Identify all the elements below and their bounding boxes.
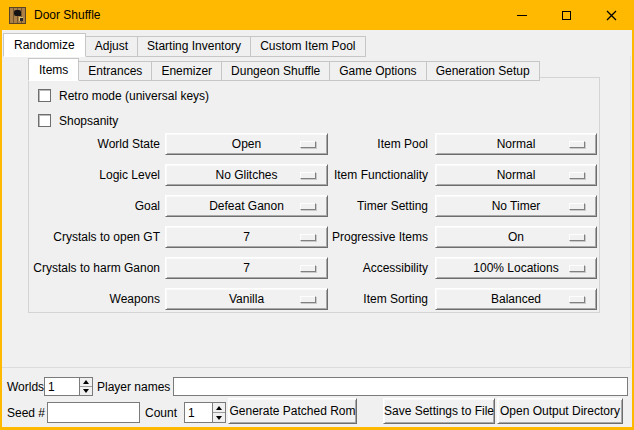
weapons-label: Weapons xyxy=(30,288,160,310)
crystals-gt-dropdown[interactable]: 7 xyxy=(165,226,328,248)
menu-indicator-icon xyxy=(300,141,316,148)
app-window: Door Shuffle Randomize Adjust Starting I… xyxy=(0,0,634,430)
retro-mode-row: Retro mode (universal keys) xyxy=(38,88,209,103)
close-icon xyxy=(606,10,617,21)
item-sorting-label: Item Sorting xyxy=(318,288,428,310)
worlds-spinner-arrows xyxy=(79,378,92,395)
arrow-down-icon xyxy=(83,389,89,393)
generate-patched-rom-button[interactable]: Generate Patched Rom xyxy=(228,398,357,424)
player-names-label: Player names xyxy=(97,380,170,394)
window-controls xyxy=(499,0,634,30)
shopsanity-checkbox[interactable] xyxy=(38,114,51,127)
weapons-value: Vanilla xyxy=(229,292,264,306)
window-title: Door Shuffle xyxy=(34,8,101,22)
count-label: Count xyxy=(145,406,177,420)
crystals-ganon-value: 7 xyxy=(243,261,250,275)
close-button[interactable] xyxy=(589,0,634,30)
door-icon-emblem xyxy=(14,10,21,16)
crystals-gt-value: 7 xyxy=(243,230,250,244)
logic-level-dropdown[interactable]: No Glitches xyxy=(165,164,328,186)
menu-indicator-icon xyxy=(569,203,585,210)
count-down-button[interactable] xyxy=(213,413,225,422)
tab-dungeon-shuffle[interactable]: Dungeon Shuffle xyxy=(221,61,330,81)
menu-indicator-icon xyxy=(569,172,585,179)
arrow-down-icon xyxy=(216,416,222,420)
world-state-value: Open xyxy=(232,137,261,151)
menu-indicator-icon xyxy=(300,265,316,272)
worlds-up-button[interactable] xyxy=(80,378,92,387)
maximize-icon xyxy=(562,11,571,20)
menu-indicator-icon xyxy=(300,172,316,179)
item-functionality-label: Item Functionality xyxy=(318,164,428,186)
logic-level-label: Logic Level xyxy=(30,164,160,186)
progressive-items-label: Progressive Items xyxy=(318,226,428,248)
item-sorting-dropdown[interactable]: Balanced xyxy=(435,288,597,310)
menu-indicator-icon xyxy=(300,234,316,241)
menu-indicator-icon xyxy=(300,203,316,210)
tab-randomize[interactable]: Randomize xyxy=(3,33,86,57)
tab-adjust[interactable]: Adjust xyxy=(85,36,138,57)
open-output-directory-button[interactable]: Open Output Directory xyxy=(497,398,623,424)
item-pool-value: Normal xyxy=(497,137,536,151)
progressive-items-dropdown[interactable]: On xyxy=(435,226,597,248)
minimize-icon xyxy=(517,15,527,16)
world-state-dropdown[interactable]: Open xyxy=(165,133,328,155)
tab-generation-setup[interactable]: Generation Setup xyxy=(426,61,540,81)
arrow-up-icon xyxy=(216,406,222,410)
main-tab-bar: Randomize Adjust Starting Inventory Cust… xyxy=(3,33,366,57)
item-functionality-dropdown[interactable]: Normal xyxy=(435,164,597,186)
arrow-up-icon xyxy=(83,380,89,384)
goal-dropdown[interactable]: Defeat Ganon xyxy=(165,195,328,217)
seed-input[interactable] xyxy=(47,402,140,423)
worlds-down-button[interactable] xyxy=(80,387,92,395)
logic-level-value: No Glitches xyxy=(215,168,277,182)
item-functionality-value: Normal xyxy=(497,168,536,182)
crystals-ganon-dropdown[interactable]: 7 xyxy=(165,257,328,279)
timer-setting-dropdown[interactable]: No Timer xyxy=(435,195,597,217)
sub-tab-bar: Items Entrances Enemizer Dungeon Shuffle… xyxy=(28,58,540,81)
retro-mode-checkbox[interactable] xyxy=(38,89,51,102)
world-state-label: World State xyxy=(30,133,160,155)
tab-custom-item-pool[interactable]: Custom Item Pool xyxy=(250,36,365,57)
goal-value: Defeat Ganon xyxy=(209,199,284,213)
menu-indicator-icon xyxy=(569,234,585,241)
crystals-ganon-label: Crystals to harm Ganon xyxy=(30,257,160,279)
tab-game-options[interactable]: Game Options xyxy=(329,61,426,81)
count-value: 1 xyxy=(188,403,211,422)
menu-indicator-icon xyxy=(300,296,316,303)
tab-entrances[interactable]: Entrances xyxy=(78,61,152,81)
title-bar[interactable]: Door Shuffle xyxy=(0,0,634,30)
menu-indicator-icon xyxy=(569,141,585,148)
worlds-spinner[interactable]: 1 xyxy=(44,377,93,396)
accessibility-dropdown[interactable]: 100% Locations xyxy=(435,257,597,279)
worlds-value: 1 xyxy=(48,378,78,395)
item-sorting-value: Balanced xyxy=(491,292,541,306)
progressive-items-value: On xyxy=(508,230,524,244)
save-settings-button[interactable]: Save Settings to File xyxy=(383,398,495,424)
player-names-input[interactable] xyxy=(173,377,628,396)
maximize-button[interactable] xyxy=(544,0,589,30)
tab-enemizer[interactable]: Enemizer xyxy=(151,61,222,81)
item-pool-label: Item Pool xyxy=(318,133,428,155)
door-icon-lock xyxy=(19,17,23,21)
door-icon xyxy=(9,7,26,24)
menu-indicator-icon xyxy=(569,265,585,272)
worlds-label: Worlds xyxy=(7,380,44,394)
count-spinner[interactable]: 1 xyxy=(184,402,226,423)
accessibility-label: Accessibility xyxy=(318,257,428,279)
goal-label: Goal xyxy=(30,195,160,217)
menu-indicator-icon xyxy=(569,296,585,303)
count-spinner-arrows xyxy=(212,403,225,422)
count-up-button[interactable] xyxy=(213,403,225,413)
retro-mode-label[interactable]: Retro mode (universal keys) xyxy=(59,89,209,103)
timer-setting-label: Timer Setting xyxy=(318,195,428,217)
shopsanity-row: Shopsanity xyxy=(38,113,118,128)
item-pool-dropdown[interactable]: Normal xyxy=(435,133,597,155)
shopsanity-label[interactable]: Shopsanity xyxy=(59,114,118,128)
tab-starting-inventory[interactable]: Starting Inventory xyxy=(137,36,251,57)
accessibility-value: 100% Locations xyxy=(473,261,558,275)
weapons-dropdown[interactable]: Vanilla xyxy=(165,288,328,310)
tab-items[interactable]: Items xyxy=(28,58,79,81)
timer-setting-value: No Timer xyxy=(492,199,541,213)
minimize-button[interactable] xyxy=(499,0,544,30)
